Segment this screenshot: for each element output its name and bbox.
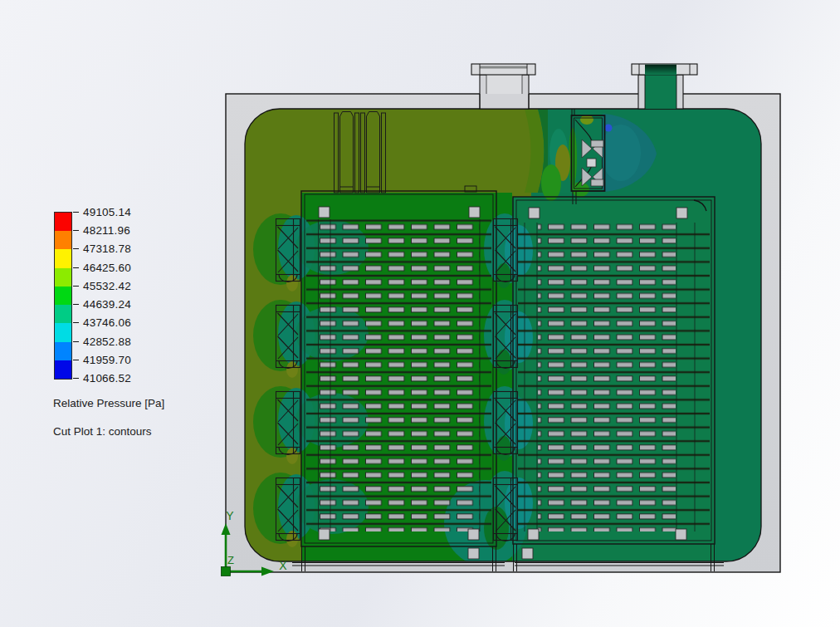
model-scene[interactable]: Y X Z: [0, 0, 840, 627]
axis-label-y: Y: [226, 509, 234, 522]
nozzle-left: [471, 64, 535, 109]
heat-exchanger-core-left: [292, 186, 505, 571]
low-pressure-spot: [605, 125, 613, 132]
heat-exchanger-core-right: [513, 197, 724, 571]
axis-label-x: X: [279, 559, 287, 572]
3d-viewport[interactable]: 49105.1448211.9647318.7846425.6045532.42…: [0, 0, 840, 627]
axis-label-z: Z: [227, 554, 234, 566]
